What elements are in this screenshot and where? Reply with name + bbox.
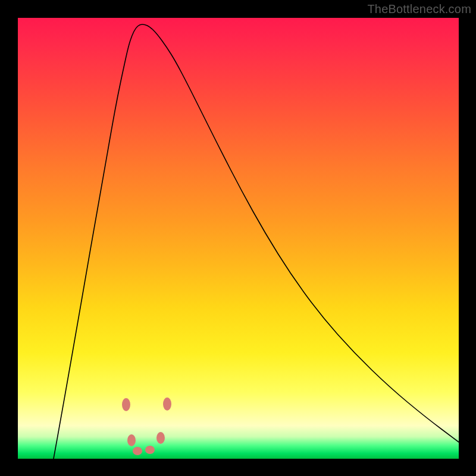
bottleneck-curve	[54, 24, 459, 459]
curve-marker	[133, 447, 142, 455]
curve-marker	[163, 397, 171, 411]
curve-marker	[127, 434, 136, 446]
curve-marker	[156, 432, 165, 444]
curve-marker	[145, 446, 155, 454]
curve-marker	[122, 398, 130, 411]
chart-plot-area	[18, 18, 459, 459]
bottleneck-curve-svg	[18, 18, 459, 459]
watermark-text: TheBottleneck.com	[367, 2, 471, 16]
curve-markers	[122, 397, 171, 455]
